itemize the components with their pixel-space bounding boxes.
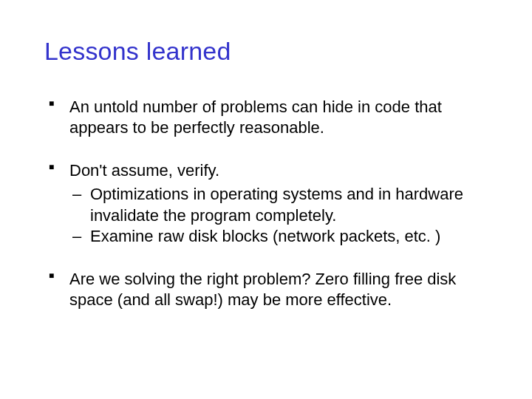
bullet-list: An untold number of problems can hide in…	[44, 97, 488, 310]
sub-bullet-text: Examine raw disk blocks (network packets…	[90, 227, 440, 245]
bullet-text: Don't assume, verify.	[69, 161, 219, 180]
bullet-text: An untold number of problems can hide in…	[69, 98, 442, 137]
list-item: Don't assume, verify. Optimizations in o…	[44, 160, 488, 247]
sub-list: Optimizations in operating systems and i…	[69, 184, 488, 246]
list-item: Are we solving the right problem? Zero f…	[44, 269, 488, 310]
slide: Lessons learned An untold number of prob…	[0, 0, 532, 399]
list-item: An untold number of problems can hide in…	[44, 97, 488, 138]
sub-bullet-text: Optimizations in operating systems and i…	[90, 185, 463, 224]
sub-list-item: Optimizations in operating systems and i…	[69, 184, 488, 225]
slide-title: Lessons learned	[44, 37, 488, 66]
sub-list-item: Examine raw disk blocks (network packets…	[69, 226, 488, 247]
bullet-text: Are we solving the right problem? Zero f…	[69, 270, 456, 309]
